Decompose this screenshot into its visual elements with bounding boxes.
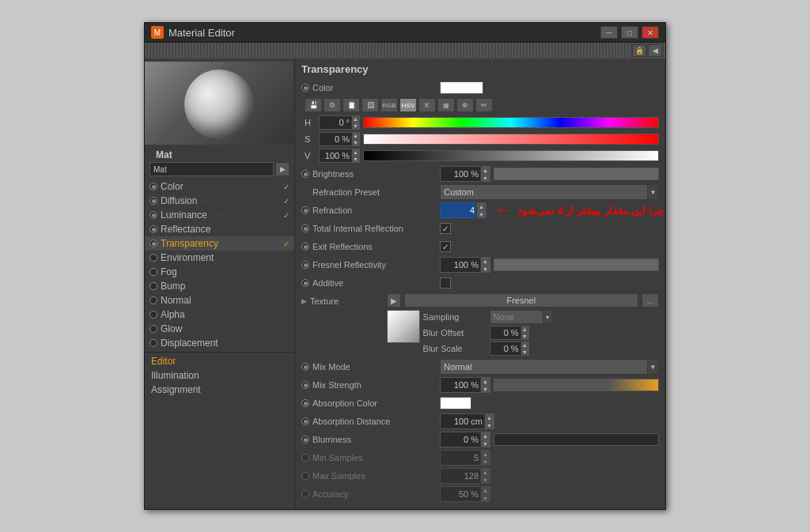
v-spinner[interactable]: ▲ ▼: [319, 149, 360, 163]
val-bar[interactable]: [363, 150, 659, 161]
radio-absorption-distance[interactable]: [301, 417, 309, 425]
min-samples-input[interactable]: [441, 453, 480, 462]
sidebar-item-bump[interactable]: Bump · · · · · · ·: [145, 279, 294, 293]
minimize-button[interactable]: ─: [600, 26, 618, 39]
min-samples-spinner[interactable]: ▲ ▼: [440, 450, 490, 466]
maximize-button[interactable]: □: [621, 26, 638, 39]
tool-save-btn[interactable]: 💾: [305, 98, 322, 112]
sidebar-item-fog[interactable]: Fog · · · · · · ·: [145, 265, 294, 279]
tool-eyedrop-btn[interactable]: ✏: [475, 98, 493, 112]
texture-play-btn[interactable]: ▶: [387, 293, 401, 308]
blur-offset-down[interactable]: ▼: [520, 333, 528, 340]
close-button[interactable]: ✕: [642, 26, 659, 39]
radio-fresnel[interactable]: [301, 261, 309, 269]
sidebar-item-environment[interactable]: Environment: [145, 251, 294, 265]
h-up-arrow[interactable]: ▲: [351, 115, 359, 123]
absorption-color-swatch[interactable]: [440, 397, 471, 409]
tool-rgb-btn[interactable]: RGB: [380, 98, 398, 112]
mix-strength-slider[interactable]: [494, 379, 659, 391]
radio-refraction[interactable]: [301, 206, 309, 214]
blur-offset-up[interactable]: ▲: [520, 326, 528, 333]
s-down-arrow[interactable]: ▼: [351, 139, 359, 146]
min-samples-up[interactable]: ▲: [480, 450, 490, 458]
nav-illumination[interactable]: Illumination: [145, 368, 294, 383]
brightness-spinner[interactable]: ▲ ▼: [440, 166, 490, 182]
refraction-value-input[interactable]: [441, 206, 476, 215]
mix-strength-spinner[interactable]: ▲ ▼: [440, 377, 490, 393]
max-samples-spinner[interactable]: ▲ ▼: [440, 468, 490, 484]
mix-mode-dropdown[interactable]: Normal ▼: [440, 359, 659, 375]
total-internal-checkbox[interactable]: [440, 223, 451, 234]
max-samples-down[interactable]: ▼: [480, 476, 490, 484]
sidebar-item-normal[interactable]: Normal · · · · · ·: [145, 293, 294, 308]
radio-total-internal[interactable]: [301, 224, 309, 232]
accuracy-input[interactable]: [441, 489, 480, 499]
mix-strength-input[interactable]: [441, 380, 480, 390]
radio-exit-reflections[interactable]: [301, 243, 309, 251]
toolbar-arrow-btn[interactable]: ◀: [648, 44, 662, 57]
blur-scale-input[interactable]: [490, 344, 520, 353]
blurriness-spinner[interactable]: ▲ ▼: [440, 432, 490, 447]
brightness-value-input[interactable]: [441, 169, 480, 179]
fresnel-spinner[interactable]: ▲ ▼: [440, 257, 490, 273]
h-down-arrow[interactable]: ▼: [351, 123, 359, 130]
sidebar-item-color[interactable]: Color · · · · · ✓: [145, 179, 294, 194]
blur-offset-spinner[interactable]: ▲ ▼: [490, 326, 529, 340]
brightness-down[interactable]: ▼: [480, 174, 490, 182]
absorption-distance-down[interactable]: ▼: [484, 421, 494, 429]
brightness-up[interactable]: ▲: [480, 166, 490, 174]
nav-editor[interactable]: Editor: [145, 354, 294, 368]
accuracy-down[interactable]: ▼: [480, 494, 490, 502]
mix-strength-up[interactable]: ▲: [480, 377, 490, 385]
v-up-arrow[interactable]: ▲: [351, 149, 359, 156]
exit-reflections-checkbox[interactable]: [440, 241, 451, 252]
blurriness-down[interactable]: ▼: [480, 440, 490, 447]
absorption-distance-up[interactable]: ▲: [484, 413, 494, 421]
color-swatch[interactable]: [440, 81, 483, 94]
radio-absorption-color[interactable]: [301, 399, 309, 407]
accuracy-up[interactable]: ▲: [480, 486, 490, 494]
radio-accuracy[interactable]: [301, 490, 309, 498]
s-up-arrow[interactable]: ▲: [351, 132, 359, 139]
tool-mixer-btn[interactable]: ▦: [437, 98, 455, 112]
accuracy-spinner[interactable]: ▲ ▼: [440, 486, 490, 502]
max-samples-input[interactable]: [441, 471, 480, 481]
radio-brightness[interactable]: [301, 170, 309, 178]
sidebar-item-glow[interactable]: Glow · · · · · · · ·: [145, 322, 294, 336]
tool-copy-btn[interactable]: 📋: [343, 98, 360, 112]
fresnel-up[interactable]: ▲: [480, 257, 490, 265]
tool-picker-btn[interactable]: ⊕: [456, 98, 474, 112]
v-value-input[interactable]: [320, 151, 351, 160]
fresnel-btn[interactable]: Fresnel: [404, 293, 638, 308]
nav-assignment[interactable]: Assignment: [145, 383, 294, 397]
radio-mix-mode[interactable]: [301, 363, 309, 371]
mix-strength-down[interactable]: ▼: [480, 385, 490, 393]
min-samples-down[interactable]: ▼: [480, 458, 490, 466]
refraction-down[interactable]: ▼: [476, 210, 486, 218]
sidebar-item-displacement[interactable]: Displacement: [145, 336, 294, 350]
tool-k-btn[interactable]: K: [418, 98, 436, 112]
sidebar-item-diffusion[interactable]: Diffusion · · · · ✓: [145, 194, 294, 208]
refraction-spinner[interactable]: ▲ ▼: [440, 202, 486, 218]
texture-more-btn[interactable]: ...: [642, 293, 659, 308]
fresnel-value-input[interactable]: [441, 260, 480, 270]
blur-scale-up[interactable]: ▲: [520, 341, 528, 349]
texture-expand-icon[interactable]: ▶: [301, 297, 307, 305]
sat-bar[interactable]: [363, 134, 659, 145]
tool-reset-btn[interactable]: ⚙: [324, 98, 341, 112]
blur-offset-input[interactable]: [490, 328, 520, 338]
blurriness-slider[interactable]: [494, 433, 659, 446]
tool-paste-btn[interactable]: 🖼: [361, 98, 379, 112]
radio-color-prop[interactable]: [301, 84, 309, 92]
tool-hsv-btn[interactable]: HSV: [399, 98, 417, 112]
absorption-distance-input[interactable]: [441, 417, 484, 426]
blur-scale-spinner[interactable]: ▲ ▼: [490, 341, 529, 356]
radio-blurriness[interactable]: [301, 436, 309, 443]
toolbar-lock-btn[interactable]: 🔒: [632, 44, 646, 57]
sidebar-item-reflectance[interactable]: Reflectance: [145, 222, 294, 236]
sidebar-item-transparency[interactable]: Transparency ✓: [145, 236, 294, 251]
mat-name-field[interactable]: Mat: [150, 162, 274, 176]
sidebar-item-luminance[interactable]: Luminance · · · ✓: [145, 208, 294, 222]
blurriness-up[interactable]: ▲: [480, 432, 490, 440]
mat-arrow-btn[interactable]: ▶: [275, 162, 290, 176]
